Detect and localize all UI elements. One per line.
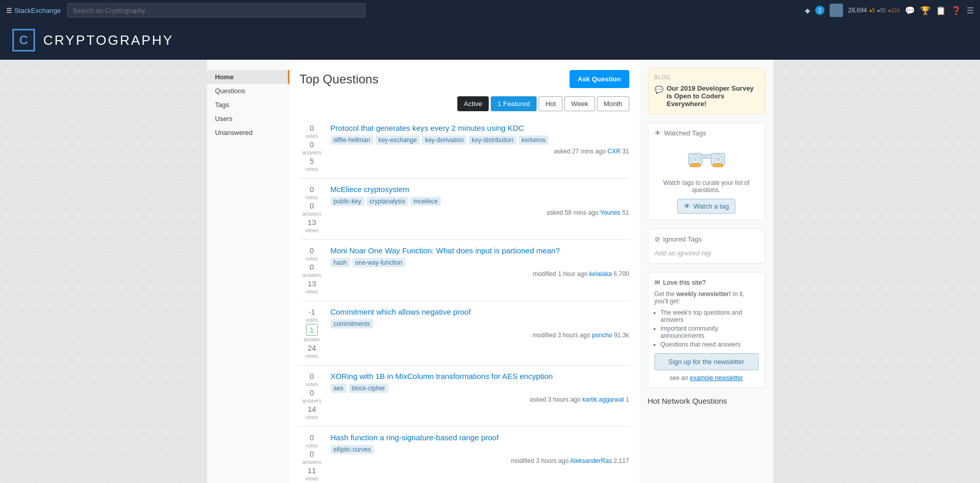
tag[interactable]: mceliece	[410, 197, 441, 206]
question-title[interactable]: McEliece cryptosystem	[331, 185, 629, 194]
ask-question-button[interactable]: Ask Question	[570, 70, 629, 88]
question-meta: asked 27 mins ago CXR 31	[331, 148, 629, 155]
sidebar-item-questions[interactable]: Questions	[207, 84, 289, 98]
achievements-icon[interactable]: ◆	[805, 7, 810, 14]
tag[interactable]: block-cipher	[349, 384, 388, 393]
tag[interactable]: key-distribution	[469, 135, 517, 145]
tag[interactable]: kerberos	[519, 135, 549, 145]
question-meta: modified 3 hours ago poncho 91.3k	[331, 332, 629, 339]
question-meta: modified 1 hour ago kelalaka 6,700	[331, 270, 629, 278]
tab-featured[interactable]: 1 Featured	[491, 96, 537, 111]
tags-row: elliptic-curves	[331, 445, 629, 454]
author-link[interactable]: kelalaka	[589, 270, 612, 278]
question-title[interactable]: Moni Noar One Way Function: What does in…	[331, 246, 629, 255]
tag[interactable]: aes	[331, 384, 347, 393]
svg-point-6	[715, 157, 720, 162]
watched-tags-title: 👁 Watched Tags	[655, 129, 759, 137]
blog-label: BLOG	[655, 75, 759, 80]
tab-week[interactable]: Week	[564, 96, 595, 111]
q-content: XORing with 1B in MixColumn transformati…	[331, 372, 629, 420]
user-avatar[interactable]	[830, 4, 843, 17]
newsletter-title: ✉ Love this site?	[655, 279, 759, 286]
blog-text[interactable]: Our 2019 Developer Survey is Open to Cod…	[667, 84, 759, 108]
newsletter-signup-button[interactable]: Sign up for the newsletter	[655, 353, 759, 370]
svg-point-5	[693, 157, 698, 162]
achievements-trophy-icon[interactable]: 🏆	[920, 6, 931, 15]
sidebar-item-users[interactable]: Users	[207, 112, 289, 126]
tags-row: aes block-cipher	[331, 384, 629, 393]
question-title[interactable]: Protocol that generates keys every 2 min…	[331, 124, 629, 132]
tag[interactable]: elliptic-curves	[331, 445, 374, 454]
q-stats: -1votes 1 answer 24views	[300, 307, 324, 359]
notification-badge: 2	[815, 6, 824, 15]
tag[interactable]: key-exchange	[375, 135, 420, 145]
tag[interactable]: one-way-function	[352, 258, 405, 267]
table-row: 0votes 0answers 13views McEliece cryptos…	[300, 179, 629, 240]
author-link[interactable]: CXR	[607, 148, 620, 155]
answer-count: 0	[310, 140, 314, 149]
tag[interactable]: cryptanalysis	[367, 197, 408, 206]
blog-card: BLOG 💬 Our 2019 Developer Survey is Open…	[648, 68, 765, 114]
watched-tags-section: 👁 Watched Tags	[648, 123, 765, 220]
list-item: Important community announcements	[661, 325, 759, 339]
add-ignored-tag[interactable]: Add an ignored tag	[655, 249, 711, 257]
tab-active[interactable]: Active	[457, 96, 489, 111]
newsletter-desc: Get the weekly newsletter! In it, you'll…	[655, 290, 759, 305]
q-content: McEliece cryptosystem public-key cryptan…	[331, 185, 629, 233]
author-link[interactable]: Younes	[600, 209, 621, 216]
menu-icon[interactable]: ☰	[967, 6, 974, 15]
q-content: Moni Noar One Way Function: What does in…	[331, 246, 629, 295]
q-stats: 0votes 0answers 13views	[300, 185, 324, 233]
sidebar-item-unanswered[interactable]: Unanswered	[207, 126, 289, 140]
stackexchange-logo[interactable]: ☰ StackExchange	[6, 7, 61, 14]
question-title[interactable]: Hash function a ring-signature-based ran…	[331, 433, 629, 442]
vote-label: votes	[306, 133, 318, 139]
inbox-icon[interactable]: 💬	[905, 6, 915, 15]
example-newsletter-link[interactable]: example newsletter	[690, 374, 743, 382]
watch-tag-button[interactable]: 👁 Watch a tag	[677, 199, 736, 214]
q-stats: 0 votes 0 answers 5 views	[300, 124, 324, 172]
reputation-info: 28,694 ●5 ●55 ●134	[848, 7, 900, 14]
table-row: 0votes 0answers 13views Moni Noar One Wa…	[300, 240, 629, 301]
question-title[interactable]: XORing with 1B in MixColumn transformati…	[331, 372, 629, 381]
tab-month[interactable]: Month	[597, 96, 629, 111]
q-content: Commitment which allows negative proof c…	[331, 307, 629, 359]
sidebar-item-tags[interactable]: Tags	[207, 98, 289, 112]
nav-icons-area: ◆ 2 28,694 ●5 ●55 ●134 💬 🏆 📋 ❓ ☰	[805, 4, 974, 17]
tag[interactable]: public-key	[331, 197, 365, 206]
tags-row: commitments	[331, 319, 629, 329]
answer-count-box: 1	[306, 324, 317, 336]
author-link[interactable]: poncho	[592, 332, 612, 339]
right-sidebar: BLOG 💬 Our 2019 Developer Survey is Open…	[640, 60, 773, 483]
author-link[interactable]: AleksanderRas	[570, 457, 612, 464]
tags-row: diffie-hellman key-exchange key-derivati…	[331, 135, 629, 145]
tab-hot[interactable]: Hot	[539, 96, 562, 111]
svg-rect-7	[690, 164, 700, 167]
svg-rect-8	[713, 164, 723, 167]
sidebar-item-home[interactable]: Home	[207, 70, 289, 84]
hot-network-section: Hot Network Questions	[648, 396, 765, 405]
tag[interactable]: key-derivation	[422, 135, 467, 145]
eye-icon: 👁	[655, 129, 661, 137]
question-meta: asked 3 hours ago kartik.aggarwal 1	[331, 396, 629, 403]
tag[interactable]: commitments	[331, 319, 373, 329]
search-input[interactable]	[67, 3, 366, 18]
watched-tags-desc: Watch tags to curate your list of questi…	[655, 179, 759, 194]
q-content: Protocol that generates keys every 2 min…	[331, 124, 629, 172]
tag[interactable]: hash	[331, 258, 350, 267]
vote-count: 0	[310, 124, 314, 132]
content-area: Top Questions Ask Question Active 1 Feat…	[289, 60, 640, 483]
hot-network-title: Hot Network Questions	[648, 396, 765, 405]
sidebar-navigation: Home Questions Tags Users Unanswered	[207, 70, 289, 140]
help-icon[interactable]: ❓	[951, 6, 961, 15]
view-count: 5	[310, 157, 314, 165]
author-link[interactable]: kartik.aggarwal	[582, 396, 624, 403]
question-title[interactable]: Commitment which allows negative proof	[331, 307, 629, 316]
review-icon[interactable]: 📋	[936, 6, 946, 15]
ban-icon: ⊘	[655, 235, 660, 243]
newsletter-section: ✉ Love this site? Get the weekly newslet…	[648, 272, 765, 388]
binoculars-image	[686, 143, 727, 174]
list-item: The week's top questions and answers	[661, 309, 759, 323]
tag[interactable]: diffie-hellman	[331, 135, 373, 145]
top-navigation: ☰ StackExchange ◆ 2 28,694 ●5 ●55 ●134 💬…	[0, 0, 980, 21]
